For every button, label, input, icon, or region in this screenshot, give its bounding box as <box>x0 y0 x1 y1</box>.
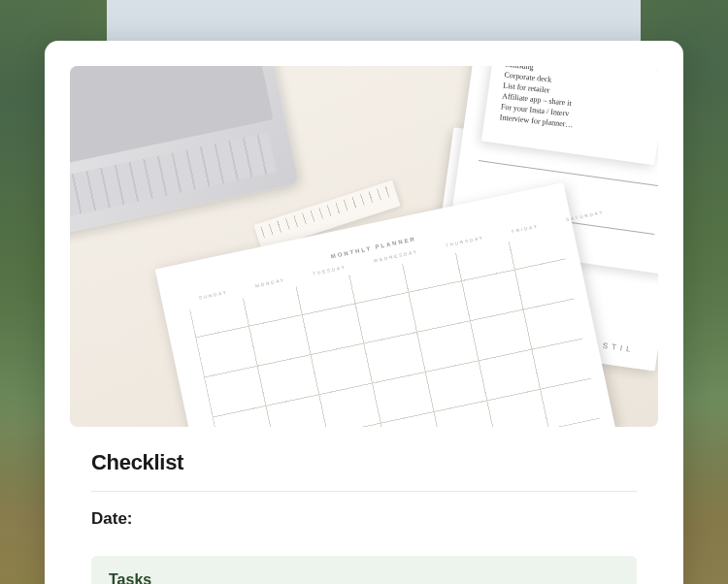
cover-image: STIL PlannerYoutubeSamsungCorporate deck… <box>70 66 658 427</box>
desk-scene: STIL PlannerYoutubeSamsungCorporate deck… <box>70 66 658 427</box>
document-content: Checklist Date: Tasks <box>70 450 658 584</box>
notebook-brand: STIL <box>602 341 635 354</box>
document-card: STIL PlannerYoutubeSamsungCorporate deck… <box>45 41 683 584</box>
date-field-label[interactable]: Date: <box>91 509 637 529</box>
page-title[interactable]: Checklist <box>91 450 637 475</box>
tasks-heading: Tasks <box>109 571 619 584</box>
monthly-planner-graphic: MONTHLY PLANNER SUNDAY MONDAY TUESDAY WE… <box>155 182 616 427</box>
tasks-callout[interactable]: Tasks <box>91 556 637 584</box>
planner-grid-graphic <box>189 231 600 427</box>
laptop-keyboard-graphic <box>70 132 277 216</box>
laptop-graphic <box>70 66 299 236</box>
handwriting-graphic: PlannerYoutubeSamsungCorporate deckList … <box>499 66 654 138</box>
divider <box>91 491 637 492</box>
